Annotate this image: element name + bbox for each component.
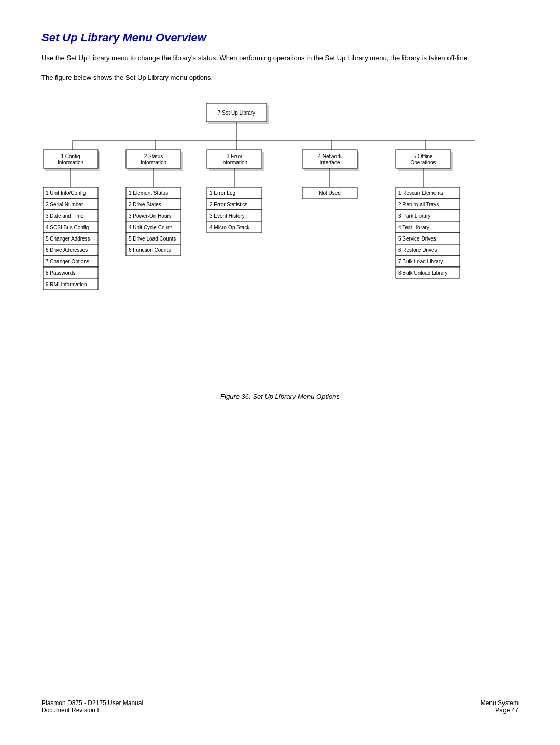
offline-item-label-3: 4 Test Library	[398, 224, 429, 230]
intro-text: Use the Set Up Library menu to change th…	[41, 53, 508, 63]
l1-label-1: 2 Status	[144, 153, 163, 159]
error-item-label-1: 2 Error Statistics	[209, 202, 247, 207]
network-item-label-0: Not Used	[319, 190, 341, 196]
offline-item-label-0: 1 Rescan Elements	[398, 190, 443, 196]
status-item-label-5: 6 Function Counts	[129, 247, 171, 253]
config-item-label-0: 1 Unit Info/Config	[46, 190, 86, 196]
l1-label-4: 5 Offline	[413, 153, 432, 159]
l1-label-1b: Information	[141, 160, 166, 165]
config-item-label-4: 5 Changer Address	[46, 236, 90, 242]
page-title: Set Up Library Menu Overview	[41, 31, 519, 45]
l1-box-1	[126, 150, 181, 168]
page: Set Up Library Menu Overview Use the Set…	[0, 0, 560, 745]
offline-item-label-1: 2 Return all Trays	[398, 202, 439, 207]
offline-item-label-7: 8 Bulk Unload Library	[398, 270, 448, 276]
root-label: 7 Set Up Library	[218, 110, 255, 116]
l1-label-0: 1 Config	[61, 153, 80, 159]
diagram-svg: 7 Set Up Library 1 Config Information 2 …	[41, 94, 519, 384]
offline-item-label-2: 3 Park Library	[398, 213, 430, 219]
footer: Plasmon D875 - D2175 User Manual Documen…	[41, 695, 519, 714]
footer-left-line1: Plasmon D875 - D2175 User Manual	[41, 699, 143, 707]
l1-box-2	[207, 150, 262, 168]
l1-label-3b: Interface	[320, 160, 340, 165]
config-item-label-6: 7 Changer Options	[46, 259, 89, 264]
status-item-label-1: 2 Drive States	[129, 202, 161, 207]
footer-right-line1: Menu System	[481, 699, 519, 707]
offline-item-label-6: 7 Bulk Load Library	[398, 259, 443, 264]
figure-intro-text: The figure below shows the Set Up Librar…	[41, 74, 519, 81]
status-item-label-0: 1 Element Status	[129, 190, 168, 196]
footer-right-line2: Page 47	[481, 707, 519, 714]
offline-item-label-5: 6 Restore Drives	[398, 247, 437, 253]
error-item-label-3: 4 Micro-Op Stack	[209, 224, 250, 230]
error-item-label-0: 1 Error Log	[209, 190, 235, 196]
l1-label-0b: Information	[58, 160, 83, 165]
l1-label-4b: Operations	[411, 160, 436, 165]
l1-box-0	[43, 150, 98, 168]
offline-item-label-4: 5 Service Drives	[398, 236, 436, 242]
config-item-label-1: 2 Serial Number	[46, 202, 83, 207]
l1-box-3	[302, 150, 357, 168]
l1-label-2: 3 Error	[227, 153, 243, 159]
l1-box-4	[396, 150, 451, 168]
l1-label-3: 4 Network	[318, 153, 342, 159]
config-item-label-3: 4 SCSI Bus Config	[46, 224, 89, 230]
error-item-label-2: 3 Event History	[209, 213, 245, 219]
diagram-container: 7 Set Up Library 1 Config Information 2 …	[41, 94, 519, 384]
config-item-label-2: 3 Date and Time	[46, 213, 84, 219]
l1-label-2b: Information	[221, 160, 247, 165]
config-item-label-8: 9 RMI Information	[46, 282, 87, 287]
config-item-label-5: 6 Drive Addresses	[46, 247, 88, 253]
footer-left: Plasmon D875 - D2175 User Manual Documen…	[41, 699, 143, 714]
footer-right: Menu System Page 47	[481, 699, 519, 714]
figure-caption: Figure 36. Set Up Library Menu Options	[41, 392, 519, 400]
status-item-label-4: 5 Drive Load Counts	[129, 236, 176, 242]
footer-left-line2: Document Revision E	[41, 707, 143, 714]
config-item-label-7: 8 Passwords	[46, 270, 75, 276]
status-item-label-2: 3 Power-On Hours	[129, 213, 172, 219]
status-item-label-3: 4 Unit Cycle Count	[129, 224, 172, 230]
